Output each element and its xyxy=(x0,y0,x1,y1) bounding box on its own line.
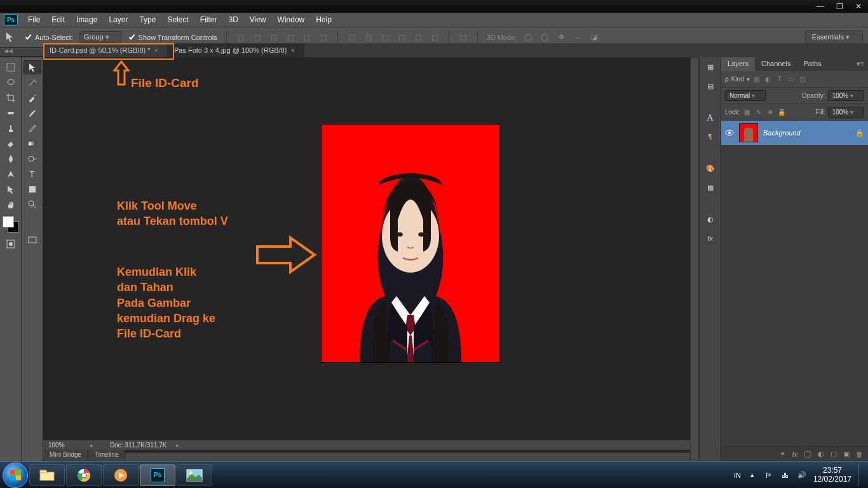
3d-roll-icon[interactable]: ◯ xyxy=(539,32,550,43)
shape-tool[interactable] xyxy=(24,182,41,196)
swatches-panel-icon[interactable]: ▦ xyxy=(703,180,717,194)
lock-icon[interactable]: 🔒 xyxy=(855,129,864,137)
auto-align-icon[interactable]: ⬚ xyxy=(458,32,468,43)
eyedropper-tool[interactable] xyxy=(24,91,41,105)
doctab-pas-foto[interactable]: Pas Foto 3 x 4.jpg @ 100% (RGB/8)× xyxy=(168,43,304,57)
tray-network-icon[interactable]: 🖧 xyxy=(780,470,790,480)
minimize-button[interactable]: — xyxy=(811,0,830,13)
align-hcenter-icon[interactable]: ⬚ xyxy=(302,32,312,43)
distribute-bottom-icon[interactable]: ⬚ xyxy=(380,32,390,43)
filter-shape-icon[interactable]: ▭ xyxy=(787,75,796,84)
scrollbar-vertical[interactable] xyxy=(690,57,699,461)
color-swatches[interactable] xyxy=(3,216,19,233)
panel-menu-icon[interactable]: ▾≡ xyxy=(853,57,868,71)
auto-select-type[interactable]: Group ▾ xyxy=(79,31,121,43)
menu-image[interactable]: Image xyxy=(71,13,102,26)
status-expand-icon[interactable]: ▸ xyxy=(86,442,97,449)
opacity-field[interactable]: 100% ▾ xyxy=(828,90,864,101)
marquee-tool[interactable] xyxy=(2,60,20,74)
lock-pixels-icon[interactable]: ✎ xyxy=(754,108,763,117)
taskbar-media-player[interactable] xyxy=(103,464,139,486)
menu-filter[interactable]: Filter xyxy=(195,13,222,26)
fill-field[interactable]: 100% ▾ xyxy=(828,107,864,118)
tab-paths[interactable]: Paths xyxy=(797,57,828,71)
character-panel-icon[interactable]: A xyxy=(703,111,717,125)
history-panel-icon[interactable]: ▦ xyxy=(703,60,717,74)
screenmode-tool[interactable] xyxy=(24,233,41,247)
visibility-toggle-icon[interactable] xyxy=(725,128,734,137)
blur-tool[interactable] xyxy=(2,152,20,166)
gradient-tool[interactable] xyxy=(24,137,41,151)
stamp-tool[interactable] xyxy=(2,121,20,135)
3d-orbit-icon[interactable]: ◯ xyxy=(523,32,533,43)
document-image[interactable] xyxy=(322,125,499,362)
menu-edit[interactable]: Edit xyxy=(46,13,70,26)
menu-select[interactable]: Select xyxy=(162,13,193,26)
tray-show-hidden-icon[interactable]: ▴ xyxy=(747,470,757,480)
maximize-button[interactable]: ❐ xyxy=(830,0,849,13)
tab-mini-bridge[interactable]: Mini Bridge xyxy=(43,450,88,461)
link-layers-icon[interactable]: ⚭ xyxy=(780,450,785,458)
scrollbar-horizontal[interactable] xyxy=(43,452,690,461)
distribute-hcenter-icon[interactable]: ⬚ xyxy=(413,32,423,43)
pen-tool[interactable] xyxy=(2,167,20,181)
distribute-left-icon[interactable]: ⬚ xyxy=(397,32,407,43)
filter-smart-icon[interactable]: ◫ xyxy=(798,75,807,84)
layer-group-icon[interactable]: ▢ xyxy=(831,450,837,458)
healing-tool[interactable] xyxy=(2,106,20,120)
align-top-icon[interactable]: ⬚ xyxy=(236,32,246,43)
delete-layer-icon[interactable]: 🗑 xyxy=(856,451,863,458)
new-layer-icon[interactable]: ▣ xyxy=(843,450,850,458)
menu-window[interactable]: Window xyxy=(273,13,310,26)
menu-layer[interactable]: Layer xyxy=(104,13,133,26)
crop-tool[interactable] xyxy=(2,91,20,105)
layer-mask-icon[interactable]: ◯ xyxy=(804,450,811,458)
system-clock[interactable]: 23:57 12/02/2017 xyxy=(813,466,851,484)
layer-name[interactable]: Background xyxy=(763,129,801,137)
type-tool[interactable]: T xyxy=(24,167,41,181)
tab-layers[interactable]: Layers xyxy=(721,57,755,71)
align-bottom-icon[interactable]: ⬚ xyxy=(269,32,279,43)
menu-type[interactable]: Type xyxy=(134,13,161,26)
path-select-tool[interactable] xyxy=(2,182,20,196)
quickmask-tool[interactable] xyxy=(2,237,20,251)
adjustments-panel-icon[interactable]: ◐ xyxy=(703,212,717,226)
doctab-id-card[interactable]: ID-Card.psd @ 50,1% (RGB/8) *× xyxy=(43,43,168,57)
3d-camera-icon[interactable]: ◪ xyxy=(589,32,599,43)
distribute-top-icon[interactable]: ⬚ xyxy=(347,32,357,43)
taskbar-photoshop[interactable]: Ps xyxy=(140,464,175,486)
close-button[interactable]: ✕ xyxy=(849,0,868,13)
lock-position-icon[interactable]: ✥ xyxy=(766,108,775,117)
distribute-right-icon[interactable]: ⬚ xyxy=(430,32,440,43)
align-vcenter-icon[interactable]: ⬚ xyxy=(252,32,262,43)
layer-thumbnail[interactable] xyxy=(739,123,758,142)
brush-tool[interactable] xyxy=(24,106,41,120)
menu-view[interactable]: View xyxy=(245,13,271,26)
lasso-tool[interactable] xyxy=(2,76,20,90)
layer-effects-icon[interactable]: fx xyxy=(792,451,797,458)
status-more-icon[interactable]: ▸ xyxy=(167,442,179,449)
filter-type-icon[interactable]: T xyxy=(775,75,784,84)
show-transform-check[interactable]: Show Transform Controls xyxy=(128,33,217,41)
distribute-vcenter-icon[interactable]: ⬚ xyxy=(363,32,374,43)
workspace-selector[interactable]: Essentials ▾ xyxy=(805,30,863,44)
paragraph-panel-icon[interactable]: ¶ xyxy=(703,130,717,144)
tray-action-center-icon[interactable]: 🏳 xyxy=(764,470,774,480)
language-indicator[interactable]: IN xyxy=(734,471,741,479)
taskbar-chrome[interactable] xyxy=(66,464,102,486)
close-icon[interactable]: × xyxy=(154,46,158,54)
dodge-tool[interactable] xyxy=(24,152,41,166)
layer-row-background[interactable]: Background 🔒 xyxy=(721,121,868,145)
move-tool[interactable] xyxy=(24,60,41,74)
history-brush-tool[interactable] xyxy=(24,121,41,135)
hand-tool[interactable] xyxy=(2,198,20,212)
menu-3d[interactable]: 3D xyxy=(223,13,243,26)
tab-channels[interactable]: Channels xyxy=(755,57,797,71)
eraser-tool[interactable] xyxy=(2,137,20,151)
menu-file[interactable]: File xyxy=(23,13,45,26)
lock-all-icon[interactable]: 🔒 xyxy=(777,108,786,117)
styles-panel-icon[interactable]: fx xyxy=(703,231,717,245)
align-left-icon[interactable]: ⬚ xyxy=(285,32,295,43)
adjustment-layer-icon[interactable]: ◐ xyxy=(818,450,824,458)
3d-slide-icon[interactable]: ↔ xyxy=(573,32,583,43)
